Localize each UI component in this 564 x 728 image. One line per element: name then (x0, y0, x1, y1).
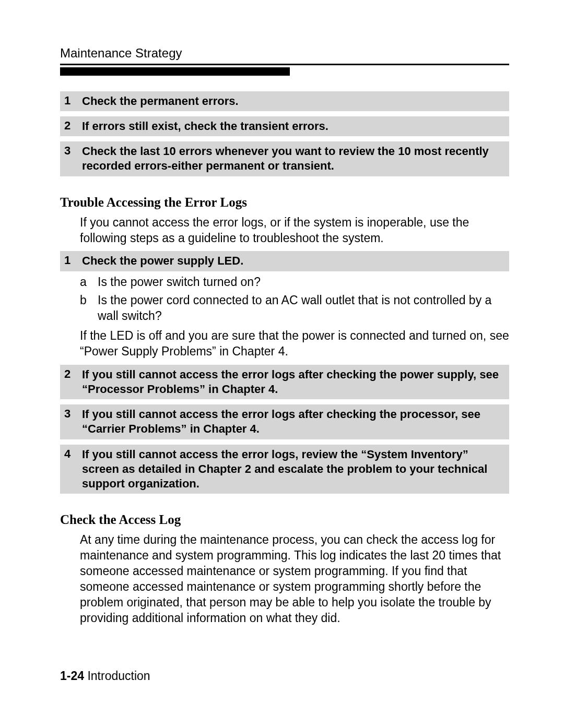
section1-intro: If you cannot access the error logs, or … (80, 215, 509, 246)
step-number: 1 (64, 94, 82, 108)
sub-text: Is the power cord connected to an AC wal… (98, 293, 509, 324)
footer-label: Introduction (87, 669, 150, 683)
step-text: If you still cannot access the error log… (82, 407, 505, 436)
top-step-3: 3 Check the last 10 errors whenever you … (60, 141, 509, 176)
header-rule (60, 64, 509, 65)
header-black-bar (60, 67, 290, 76)
step-text: If you still cannot access the error log… (82, 447, 505, 491)
top-step-1: 1 Check the permanent errors. (60, 91, 509, 111)
s1-step-4: 4 If you still cannot access the error l… (60, 445, 509, 494)
sub-letter: a (80, 275, 98, 290)
step-number: 4 (64, 447, 82, 461)
step-text: Check the power supply LED. (82, 254, 243, 268)
step-number: 2 (64, 367, 82, 381)
section1-after-sub: If the LED is off and you are sure that … (80, 328, 509, 360)
page-number: 1-24 (60, 669, 84, 683)
step-text: Check the permanent errors. (82, 94, 239, 109)
top-step-2: 2 If errors still exist, check the trans… (60, 116, 509, 136)
sub-list: a Is the power switch turned on? b Is th… (80, 275, 509, 325)
step-number: 3 (64, 407, 82, 421)
sub-letter: b (80, 293, 98, 308)
step-number: 2 (64, 119, 82, 133)
section2-para: At any time during the maintenance proce… (80, 532, 509, 626)
s1-step-1: 1 Check the power supply LED. (60, 251, 509, 271)
step-number: 1 (64, 254, 82, 267)
page-footer: 1-24 Introduction (60, 669, 150, 683)
section-heading-access-log: Check the Access Log (60, 512, 509, 527)
sub-item-b: b Is the power cord connected to an AC w… (80, 293, 509, 324)
step-text: If you still cannot access the error log… (82, 367, 505, 397)
s1-step-2: 2 If you still cannot access the error l… (60, 365, 509, 399)
section-heading-trouble: Trouble Accessing the Error Logs (60, 195, 509, 210)
running-header: Maintenance Strategy (60, 46, 509, 61)
step-text: If errors still exist, check the transie… (82, 119, 328, 134)
s1-step-3: 3 If you still cannot access the error l… (60, 404, 509, 439)
sub-text: Is the power switch turned on? (98, 275, 261, 290)
step-number: 3 (64, 144, 82, 158)
sub-item-a: a Is the power switch turned on? (80, 275, 509, 290)
step-text: Check the last 10 errors whenever you wa… (82, 144, 505, 173)
